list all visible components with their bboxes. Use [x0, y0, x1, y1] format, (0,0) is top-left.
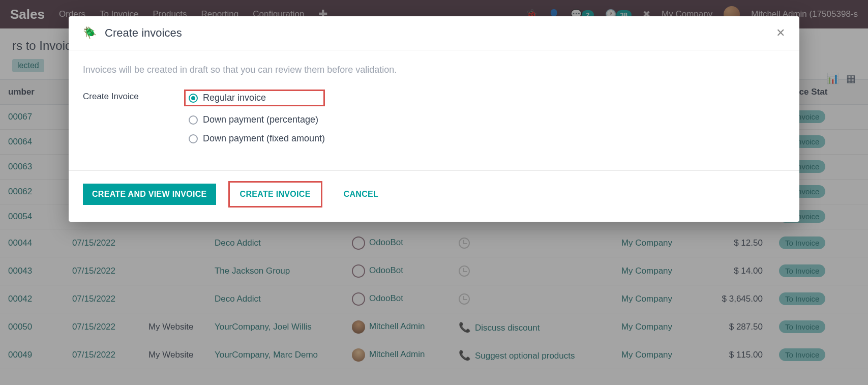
radio-regular-input[interactable] — [189, 94, 198, 103]
cancel-button[interactable]: CANCEL — [335, 184, 387, 205]
radio-fixed-label: Down payment (fixed amount) — [203, 133, 325, 144]
radio-regular-label: Regular invoice — [203, 93, 266, 103]
modal-info-text: Invoices will be created in draft so tha… — [83, 65, 785, 75]
radio-percentage-input[interactable] — [189, 115, 198, 125]
modal-title: Create invoices — [105, 26, 182, 40]
close-icon[interactable]: ✕ — [776, 26, 785, 40]
radio-down-payment-percentage[interactable]: Down payment (percentage) — [189, 114, 325, 125]
create-invoice-label: Create Invoice — [83, 90, 189, 102]
radio-percentage-label: Down payment (percentage) — [203, 114, 318, 125]
modal-bug-icon[interactable]: 🪲 — [83, 26, 97, 40]
create-invoice-button[interactable]: CREATE INVOICE — [228, 181, 322, 208]
radio-fixed-input[interactable] — [189, 134, 198, 143]
create-invoices-modal: 🪲 Create invoices ✕ Invoices will be cre… — [69, 16, 799, 222]
radio-down-payment-fixed[interactable]: Down payment (fixed amount) — [189, 133, 325, 144]
create-and-view-invoice-button[interactable]: CREATE AND VIEW INVOICE — [83, 184, 216, 205]
radio-regular-invoice[interactable]: Regular invoice — [184, 90, 325, 106]
